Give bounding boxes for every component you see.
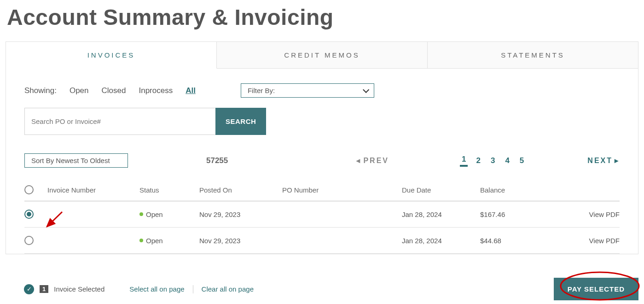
table-row: Open Nov 29, 2023 Jan 28, 2024 $167.46 V…: [24, 201, 620, 228]
total-count: 57255: [206, 156, 228, 165]
status-dot-icon: [139, 239, 143, 242]
header-posted-on: Posted On: [199, 186, 282, 194]
search-input[interactable]: [24, 108, 215, 135]
select-all-link[interactable]: Select all on page: [129, 285, 184, 293]
page-1[interactable]: 1: [460, 155, 468, 167]
tabs-container: INVOICES CREDIT MEMOS STATEMENTS Showing…: [6, 41, 638, 254]
next-label: NEXT: [587, 157, 613, 165]
filter-row: Showing: Open Closed Inprocess All Filte…: [24, 83, 620, 98]
tab-statements[interactable]: STATEMENTS: [428, 42, 638, 68]
header-balance: Balance: [480, 186, 554, 194]
view-pdf-link[interactable]: View PDF: [589, 237, 620, 245]
status-dot-icon: [139, 212, 143, 216]
selection-label: Invoice Selected: [54, 285, 104, 293]
search-row: SEARCH: [24, 108, 620, 135]
clear-all-link[interactable]: Clear all on page: [202, 285, 254, 293]
tab-invoices[interactable]: INVOICES: [6, 42, 217, 69]
sort-dropdown[interactable]: Sort By Newest To Oldest: [24, 153, 128, 168]
page-4[interactable]: 4: [503, 156, 511, 165]
page-5[interactable]: 5: [518, 156, 526, 165]
selection-footer: ✓ 1 Invoice Selected Select all on page …: [24, 278, 638, 300]
prev-button[interactable]: ◂ PREV: [356, 156, 389, 165]
search-button[interactable]: SEARCH: [215, 108, 266, 135]
posted-on-value: Nov 29, 2023: [199, 210, 282, 218]
row-select-radio[interactable]: [24, 210, 34, 219]
prev-label: PREV: [363, 157, 389, 165]
header-invoice-number: Invoice Number: [47, 186, 139, 194]
balance-value: $167.46: [480, 210, 554, 218]
tab-credit-memos[interactable]: CREDIT MEMOS: [217, 42, 428, 68]
filter-open[interactable]: Open: [70, 86, 89, 95]
view-pdf-link[interactable]: View PDF: [589, 210, 620, 218]
chevron-right-icon: ▸: [615, 156, 620, 165]
table-header: Invoice Number Status Posted On PO Numbe…: [24, 179, 620, 201]
filter-by-dropdown[interactable]: Filter By:: [241, 83, 374, 98]
select-all-radio[interactable]: [24, 185, 34, 194]
page-3[interactable]: 3: [489, 156, 497, 165]
row-select-radio[interactable]: [24, 236, 34, 245]
due-date-value: Jan 28, 2024: [402, 237, 480, 245]
check-icon: ✓: [24, 284, 34, 294]
pagination: ◂ PREV 1 2 3 4 5 NEXT ▸: [356, 155, 620, 167]
status-label: Open: [146, 210, 163, 218]
filter-by-label: Filter By:: [248, 87, 275, 94]
posted-on-value: Nov 29, 2023: [199, 237, 282, 245]
list-controls: Sort By Newest To Oldest 57255 ◂ PREV 1 …: [24, 153, 620, 168]
tab-content: Showing: Open Closed Inprocess All Filte…: [6, 69, 638, 254]
header-due-date: Due Date: [402, 186, 480, 194]
next-button[interactable]: NEXT ▸: [587, 156, 620, 165]
filter-all[interactable]: All: [186, 86, 196, 95]
pay-selected-button[interactable]: PAY SELECTED: [554, 278, 638, 300]
table-row: Open Nov 29, 2023 Jan 28, 2024 $44.68 Vi…: [24, 228, 620, 254]
due-date-value: Jan 28, 2024: [402, 210, 480, 218]
chevron-down-icon: [363, 87, 367, 94]
status-label: Open: [146, 237, 163, 245]
header-po-number: PO Number: [282, 186, 402, 194]
divider: [193, 285, 193, 293]
tabs: INVOICES CREDIT MEMOS STATEMENTS: [6, 42, 638, 69]
selection-count: 1: [40, 285, 48, 293]
header-status: Status: [139, 186, 199, 194]
page-title: Account Summary & Invoicing: [0, 0, 644, 41]
filter-closed[interactable]: Closed: [102, 86, 126, 95]
showing-label: Showing:: [24, 86, 57, 95]
balance-value: $44.68: [480, 237, 554, 245]
page-2[interactable]: 2: [474, 156, 482, 165]
filter-inprocess[interactable]: Inprocess: [139, 86, 173, 95]
chevron-left-icon: ◂: [356, 156, 361, 165]
